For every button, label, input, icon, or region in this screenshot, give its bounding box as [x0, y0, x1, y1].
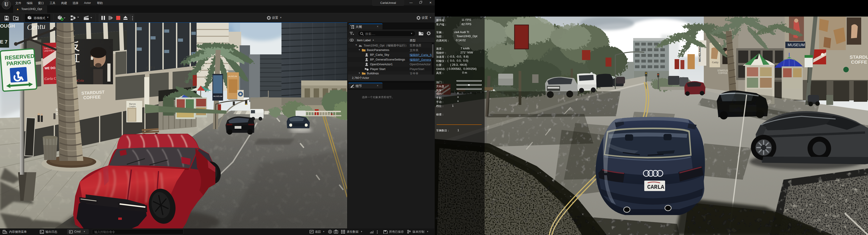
svg-text:MUSEUM: MUSEUM	[228, 75, 237, 78]
svg-text:Centu: Centu	[27, 23, 46, 31]
svg-text:Harven: Harven	[129, 102, 136, 105]
svg-text:WE DO.: WE DO.	[44, 66, 56, 70]
svg-text:MUSEUM: MUSEUM	[213, 95, 222, 97]
svg-text:STARDUST: STARDUST	[717, 69, 730, 72]
svg-text:CARLA: CARLA	[647, 184, 664, 190]
svg-text:C T I: C T I	[146, 66, 155, 70]
svg-text:E 7: E 7	[0, 39, 7, 45]
svg-text:OUGH: OUGH	[0, 23, 15, 29]
svg-text:Getty: Getty	[712, 60, 718, 64]
svg-text:Complex: Complex	[129, 106, 136, 108]
svg-text:COFFE: COFFE	[851, 59, 867, 65]
svg-text:STARDU: STARDU	[850, 54, 868, 60]
svg-text:MUSEUM: MUSEUM	[787, 43, 805, 47]
svg-text:COFFEE: COFFEE	[718, 72, 727, 74]
svg-text:COFFEE: COFFEE	[83, 94, 101, 100]
